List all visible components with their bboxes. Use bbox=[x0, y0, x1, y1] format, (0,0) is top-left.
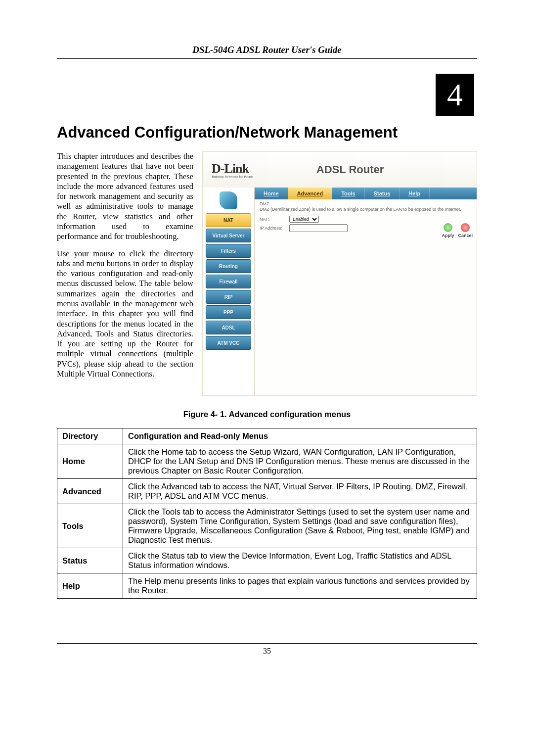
intro-paragraph-2: Use your mouse to click the directory ta… bbox=[57, 249, 193, 379]
tab-home[interactable]: Home bbox=[255, 188, 288, 199]
table-cell-dir: Advanced bbox=[57, 479, 123, 504]
table-cell-dir: Home bbox=[57, 444, 123, 479]
ip-address-input[interactable] bbox=[289, 224, 348, 232]
brand-logo: D-Link bbox=[212, 161, 253, 176]
figure-caption: Figure 4- 1. Advanced configuration menu… bbox=[57, 410, 477, 419]
tab-tools[interactable]: Tools bbox=[332, 188, 365, 199]
tab-bar: Home Advanced Tools Status Help bbox=[255, 188, 477, 199]
product-title: ADSL Router bbox=[253, 163, 477, 176]
section-description: DMZ (Demilitarized Zone) is used to allo… bbox=[260, 207, 472, 212]
table-cell-dir: Status bbox=[57, 548, 123, 573]
apply-icon bbox=[444, 223, 452, 232]
brand-icon bbox=[220, 191, 237, 209]
apply-button[interactable]: Apply bbox=[442, 223, 454, 238]
sidebar-item-ppp[interactable]: PPP bbox=[206, 305, 251, 319]
sidebar-item-adsl[interactable]: ADSL bbox=[206, 321, 251, 334]
sidebar-item-filters[interactable]: Filters bbox=[206, 244, 251, 258]
tab-status[interactable]: Status bbox=[365, 188, 400, 199]
table-cell-desc: The Help menu presents links to pages th… bbox=[123, 573, 477, 599]
table-cell-desc: Click the Home tab to access the Setup W… bbox=[123, 444, 477, 479]
brand-tagline: Building Networks for People bbox=[212, 175, 253, 179]
page-number: 35 bbox=[57, 647, 477, 656]
chapter-number-box: 4 bbox=[436, 74, 474, 116]
sidebar: NAT Virtual Server Filters Routing Firew… bbox=[203, 188, 254, 395]
table-cell-desc: Click the Tools tab to access the Admini… bbox=[123, 504, 477, 548]
tab-advanced[interactable]: Advanced bbox=[288, 188, 333, 199]
sidebar-item-rip[interactable]: RIP bbox=[206, 290, 251, 304]
table-row: Advanced Click the Advanced tab to acces… bbox=[57, 479, 477, 504]
sidebar-item-firewall[interactable]: Firewall bbox=[206, 275, 251, 288]
table-row: Tools Click the Tools tab to access the … bbox=[57, 504, 477, 548]
sidebar-item-atm-vcc[interactable]: ATM VCC bbox=[206, 336, 251, 350]
section-label: DMZ bbox=[260, 201, 472, 206]
table-row: Home Click the Home tab to access the Se… bbox=[57, 444, 477, 479]
directory-table: Directory Configuration and Read-only Me… bbox=[57, 428, 477, 599]
sidebar-item-nat[interactable]: NAT bbox=[206, 213, 251, 227]
table-cell-desc: Click the Advanced tab to access the NAT… bbox=[123, 479, 477, 504]
apply-label: Apply bbox=[442, 233, 454, 238]
nat-label: NAT: bbox=[260, 217, 289, 222]
cancel-label: Cancel bbox=[458, 233, 473, 238]
table-cell-desc: Click the Status tab to view the Device … bbox=[123, 548, 477, 573]
tab-help[interactable]: Help bbox=[400, 188, 430, 199]
table-header-directory: Directory bbox=[57, 428, 123, 444]
table-cell-dir: Help bbox=[57, 573, 123, 599]
table-cell-dir: Tools bbox=[57, 504, 123, 548]
table-row: Status Click the Status tab to view the … bbox=[57, 548, 477, 573]
sidebar-item-routing[interactable]: Routing bbox=[206, 259, 251, 273]
router-screenshot: D-Link Building Networks for People ADSL… bbox=[202, 151, 477, 396]
table-header-menus: Configuration and Read-only Menus bbox=[123, 428, 477, 444]
table-row: Help The Help menu presents links to pag… bbox=[57, 573, 477, 599]
cancel-button[interactable]: Cancel bbox=[458, 223, 473, 238]
sidebar-item-virtual-server[interactable]: Virtual Server bbox=[206, 229, 251, 242]
nat-select[interactable]: Enabled bbox=[289, 216, 319, 223]
ip-address-label: IP Address: bbox=[260, 226, 289, 231]
header-rule bbox=[57, 58, 477, 59]
header-title: DSL-504G ADSL Router User's Guide bbox=[57, 45, 477, 55]
chapter-title: Advanced Configuration/Network Managemen… bbox=[57, 124, 477, 142]
intro-paragraph-1: This chapter introduces and describes th… bbox=[57, 151, 193, 242]
intro-text-column: This chapter introduces and describes th… bbox=[57, 151, 193, 396]
cancel-icon bbox=[461, 223, 470, 232]
footer-rule bbox=[57, 643, 477, 644]
